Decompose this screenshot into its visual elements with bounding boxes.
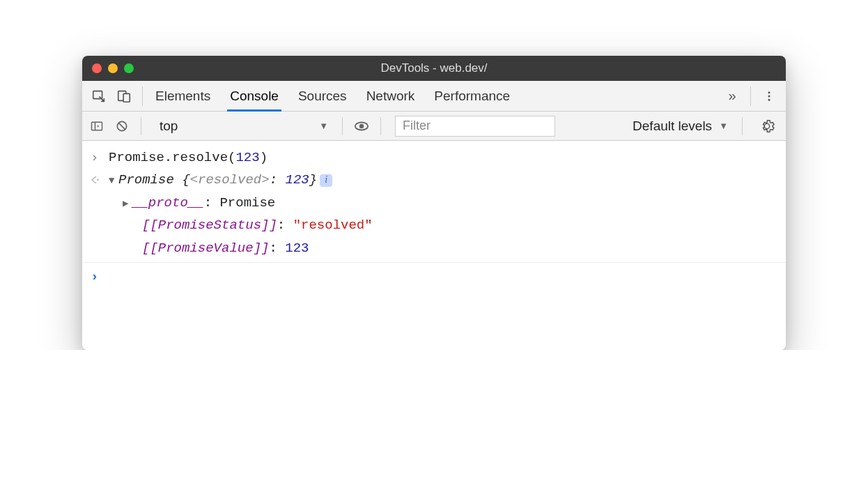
output-prop-value: [[PromiseValue]]: 123 [82,237,786,259]
levels-label: Default levels [633,119,712,134]
svg-rect-2 [123,93,130,102]
panel-tabs: Elements Console Sources Network Perform… [155,81,720,111]
traffic-lights [82,63,134,73]
output-chevron-icon [91,169,109,190]
close-icon[interactable] [92,63,102,73]
titlebar: DevTools - web.dev/ [82,56,786,81]
zoom-icon[interactable] [124,63,134,73]
live-expression-icon[interactable] [351,116,372,137]
chevron-down-icon: ▼ [719,121,728,131]
console-toolbar: top ▼ Default levels ▼ [82,112,786,141]
output-prop-status: [[PromiseStatus]]: "resolved" [82,214,786,236]
gear-icon[interactable] [755,114,779,138]
disclosure-triangle-icon[interactable]: ▼ [109,173,118,188]
main-toolbar: Elements Console Sources Network Perform… [82,81,786,112]
output-prop-proto: ▶__proto__: Promise [82,192,786,214]
toolbar-separator [142,86,143,106]
tab-sources[interactable]: Sources [298,81,347,111]
svg-point-5 [768,98,770,100]
subbar-separator-4 [742,117,743,135]
tab-network[interactable]: Network [366,81,415,111]
device-toggle-icon[interactable] [111,84,137,109]
output-head[interactable]: ▼Promise {<resolved>: 123}i [109,169,777,190]
tab-elements[interactable]: Elements [155,81,210,111]
input-chevron-icon: › [91,147,109,168]
log-levels-select[interactable]: Default levels ▼ [627,119,734,134]
info-icon[interactable]: i [320,174,332,187]
prompt-input[interactable] [109,266,777,287]
console-divider [82,262,786,263]
svg-point-4 [768,95,770,97]
tab-console[interactable]: Console [230,81,279,111]
console-body: › Promise.resolve(123) ▼Promise {<resolv… [82,141,786,350]
filter-input[interactable] [395,116,555,137]
subbar-separator-1 [141,117,141,135]
more-tabs-icon[interactable]: » [720,84,745,109]
console-input-echo: › Promise.resolve(123) [82,146,786,169]
svg-point-10 [97,179,99,181]
subbar-separator-3 [380,117,381,135]
context-label: top [160,119,178,134]
toggle-sidebar-icon[interactable] [86,116,107,137]
svg-rect-6 [92,122,102,130]
subbar-separator-2 [342,117,343,135]
devtools-window: DevTools - web.dev/ Elements Console Sou… [82,56,786,350]
window-title: DevTools - web.dev/ [82,61,786,75]
input-expression: Promise.resolve(123) [109,147,777,168]
svg-point-9 [359,123,364,128]
chevron-down-icon: ▼ [319,121,328,131]
disclosure-triangle-icon[interactable]: ▶ [123,196,132,211]
console-prompt[interactable]: › [82,266,786,288]
kebab-menu-icon[interactable] [757,84,782,109]
console-output: ▼Promise {<resolved>: 123}i [82,169,786,191]
toolbar-separator-2 [750,86,751,106]
prompt-chevron-icon: › [91,266,109,287]
inspect-element-icon[interactable] [86,84,111,109]
svg-point-3 [768,91,770,93]
tab-performance[interactable]: Performance [434,81,510,111]
execution-context-select[interactable]: top ▼ [153,117,334,135]
minimize-icon[interactable] [108,63,118,73]
clear-console-icon[interactable] [111,116,132,137]
